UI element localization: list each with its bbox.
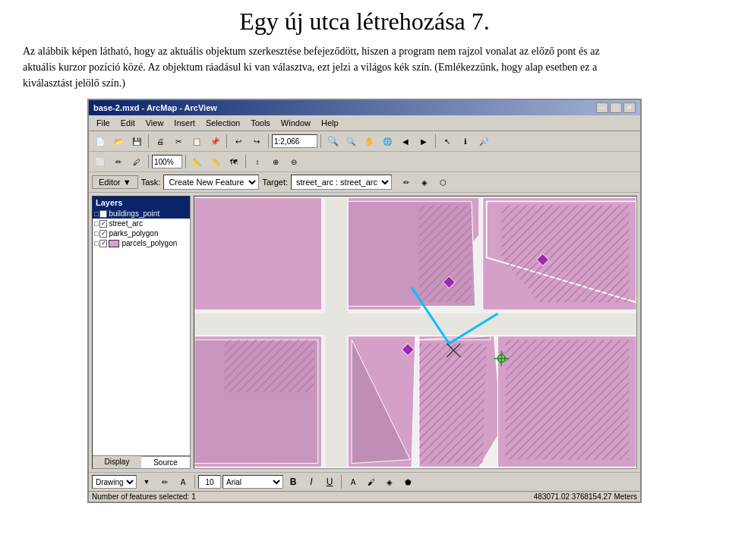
pan-btn[interactable]: ✋ <box>361 133 377 149</box>
tsep1 <box>148 155 149 168</box>
layer-checkbox[interactable]: ✓ <box>99 240 107 247</box>
print-btn[interactable]: 🖨 <box>152 133 169 149</box>
menu-window[interactable]: Window <box>276 117 315 129</box>
expand-icon: □ <box>94 210 98 218</box>
list-item[interactable]: □ ✓ parcels_polygon <box>93 238 190 248</box>
forward-extent-btn[interactable]: ▶ <box>415 133 432 149</box>
select-btn[interactable]: ↖ <box>439 133 456 149</box>
tool6[interactable]: 🗺 <box>226 153 242 170</box>
tool2[interactable]: ✏ <box>110 153 127 170</box>
sep2 <box>226 134 227 148</box>
svg-marker-20 <box>505 340 629 460</box>
page-description: Az alábbik képen látható, hogy az aktuál… <box>23 43 706 91</box>
full-extent-btn[interactable]: 🌐 <box>379 133 396 149</box>
task-label: Task: <box>141 178 161 187</box>
color-btn3[interactable]: ◈ <box>381 473 398 490</box>
layer-checkbox[interactable]: ✓ <box>99 220 107 228</box>
zoom-out-btn[interactable]: 🔍 <box>342 133 359 149</box>
tool7[interactable]: ↕ <box>249 153 266 170</box>
sep5 <box>435 134 436 148</box>
font-dropdown[interactable]: Arial <box>222 475 283 489</box>
toc-panel: Layers □ ✓ buildings_point □ ✓ <box>92 196 191 469</box>
edit-sketch-btn[interactable]: ✏ <box>398 174 415 190</box>
editor-button[interactable]: Editor ▼ <box>92 175 138 189</box>
edit-vertices-btn[interactable]: ◈ <box>416 174 433 190</box>
menu-edit[interactable]: Edit <box>116 117 140 129</box>
paste-btn[interactable]: 📌 <box>207 133 223 149</box>
back-extent-btn[interactable]: ◀ <box>397 133 414 149</box>
bold-btn[interactable]: B <box>285 473 301 490</box>
find-btn[interactable]: 🔎 <box>475 133 492 149</box>
arcmap-window: base-2.mxd - ArcMap - ArcView — □ ✕ File… <box>87 99 642 503</box>
main-content: Layers □ ✓ buildings_point □ ✓ <box>89 193 640 472</box>
menu-tools[interactable]: Tools <box>246 117 275 129</box>
menu-file[interactable]: File <box>92 117 115 129</box>
tab-source[interactable]: Source <box>141 456 190 468</box>
maximize-button[interactable]: □ <box>610 102 622 113</box>
scale-input[interactable] <box>272 134 317 148</box>
svg-marker-24 <box>326 197 348 467</box>
zoom-in-btn[interactable]: 🔍 <box>324 133 341 149</box>
svg-marker-17 <box>224 340 314 392</box>
draw-btn3[interactable]: A <box>175 473 191 490</box>
percent-input[interactable] <box>152 155 182 168</box>
new-btn[interactable]: 📄 <box>92 133 109 149</box>
sep4 <box>320 134 321 148</box>
color-btn1[interactable]: A <box>345 473 361 490</box>
tool3[interactable]: 🖊 <box>128 153 145 170</box>
task-dropdown[interactable]: Create New Feature <box>163 175 259 190</box>
undo-btn[interactable]: ↩ <box>230 133 247 149</box>
color-btn2[interactable]: 🖌 <box>363 473 380 490</box>
font-size-input[interactable] <box>198 475 221 489</box>
target-dropdown[interactable]: street_arc : street_arc <box>291 175 392 190</box>
sep1 <box>148 134 149 148</box>
edit-reshape-btn[interactable]: ⬡ <box>434 174 451 190</box>
toc-layers: □ ✓ buildings_point □ ✓ street_arc □ <box>93 209 190 455</box>
layer-checkbox[interactable]: ✓ <box>99 210 107 218</box>
expand-icon: □ <box>94 230 98 238</box>
layer-checkbox[interactable]: ✓ <box>99 230 107 238</box>
svg-marker-21 <box>419 344 487 464</box>
page-title: Egy új utca létrehozása 7. <box>23 8 706 36</box>
tool8[interactable]: ⊕ <box>267 153 284 170</box>
color-btn4[interactable]: ⬟ <box>399 473 416 490</box>
cut-btn[interactable]: ✂ <box>170 133 187 149</box>
tsep2 <box>185 155 186 168</box>
list-item[interactable]: □ ✓ buildings_point <box>93 209 190 219</box>
window-controls: — □ ✕ <box>596 102 636 113</box>
toc-tabs: Display Source <box>93 455 190 468</box>
list-item[interactable]: □ ✓ parks_polygon <box>93 228 190 238</box>
draw-sep1 <box>194 475 195 489</box>
menu-selection[interactable]: Selection <box>201 117 245 129</box>
draw-btn1[interactable]: ▼ <box>138 473 155 490</box>
window-title: base-2.mxd - ArcMap - ArcView <box>93 103 217 112</box>
tool1[interactable]: ⬜ <box>92 153 109 170</box>
tool5[interactable]: 📏 <box>207 153 224 170</box>
redo-btn[interactable]: ↪ <box>248 133 265 149</box>
sep3 <box>268 134 269 148</box>
map-area[interactable] <box>194 196 637 469</box>
target-label: Target: <box>262 178 288 187</box>
italic-btn[interactable]: I <box>303 473 320 490</box>
open-btn[interactable]: 📂 <box>110 133 127 149</box>
tab-display[interactable]: Display <box>93 456 141 468</box>
copy-btn[interactable]: 📋 <box>188 133 205 149</box>
tools-toolbar: ⬜ ✏ 🖊 📐 📏 🗺 ↕ ⊕ ⊖ <box>89 152 640 172</box>
tool4[interactable]: 📐 <box>189 153 206 170</box>
menu-view[interactable]: View <box>141 117 169 129</box>
save-btn[interactable]: 💾 <box>128 133 145 149</box>
list-item[interactable]: □ ✓ street_arc <box>93 219 190 228</box>
layer-name: street_arc <box>109 219 142 228</box>
expand-icon: □ <box>94 220 98 228</box>
coordinates-text: 483071.02 3768154.27 Meters <box>534 492 637 501</box>
drawing-dropdown[interactable]: Drawing <box>92 475 137 489</box>
draw-btn2[interactable]: ✏ <box>156 473 173 490</box>
editor-toolbar: Editor ▼ Task: Create New Feature Target… <box>89 172 640 193</box>
identify-btn[interactable]: ℹ <box>457 133 474 149</box>
underline-btn[interactable]: U <box>321 473 338 490</box>
menu-help[interactable]: Help <box>317 117 343 129</box>
tool9[interactable]: ⊖ <box>286 153 302 170</box>
close-button[interactable]: ✕ <box>623 102 636 113</box>
menu-insert[interactable]: Insert <box>169 117 200 129</box>
minimize-button[interactable]: — <box>596 102 608 113</box>
